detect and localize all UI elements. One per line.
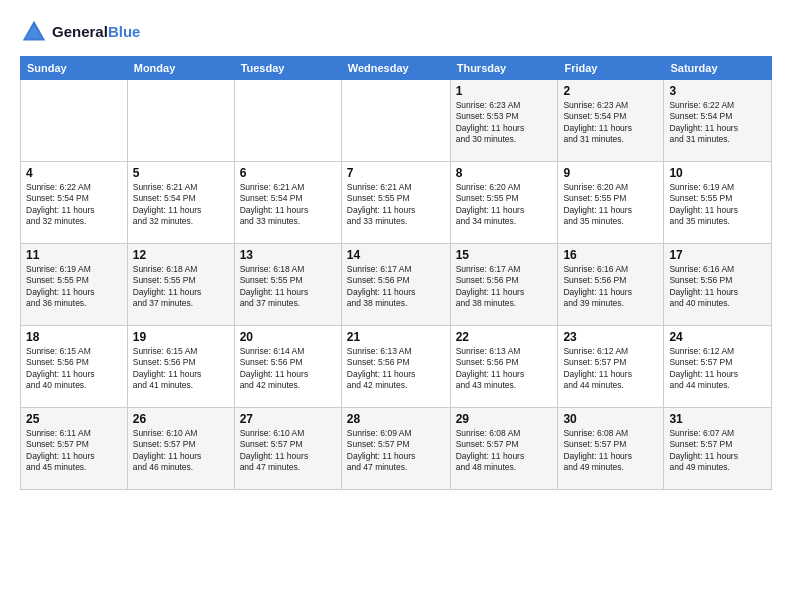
calendar-cell: 22Sunrise: 6:13 AM Sunset: 5:56 PM Dayli…: [450, 326, 558, 408]
col-sunday: Sunday: [21, 57, 128, 80]
calendar-cell: 10Sunrise: 6:19 AM Sunset: 5:55 PM Dayli…: [664, 162, 772, 244]
day-number: 10: [669, 166, 766, 180]
calendar-cell: 29Sunrise: 6:08 AM Sunset: 5:57 PM Dayli…: [450, 408, 558, 490]
day-info: Sunrise: 6:23 AM Sunset: 5:54 PM Dayligh…: [563, 100, 658, 146]
calendar-week-row: 4Sunrise: 6:22 AM Sunset: 5:54 PM Daylig…: [21, 162, 772, 244]
calendar-week-row: 18Sunrise: 6:15 AM Sunset: 5:56 PM Dayli…: [21, 326, 772, 408]
calendar-cell: 20Sunrise: 6:14 AM Sunset: 5:56 PM Dayli…: [234, 326, 341, 408]
day-info: Sunrise: 6:21 AM Sunset: 5:54 PM Dayligh…: [133, 182, 229, 228]
calendar-cell: 21Sunrise: 6:13 AM Sunset: 5:56 PM Dayli…: [341, 326, 450, 408]
logo-icon: [20, 18, 48, 46]
day-number: 28: [347, 412, 445, 426]
calendar-cell: 24Sunrise: 6:12 AM Sunset: 5:57 PM Dayli…: [664, 326, 772, 408]
calendar-cell: 7Sunrise: 6:21 AM Sunset: 5:55 PM Daylig…: [341, 162, 450, 244]
day-info: Sunrise: 6:23 AM Sunset: 5:53 PM Dayligh…: [456, 100, 553, 146]
calendar-cell: 18Sunrise: 6:15 AM Sunset: 5:56 PM Dayli…: [21, 326, 128, 408]
day-number: 19: [133, 330, 229, 344]
day-info: Sunrise: 6:19 AM Sunset: 5:55 PM Dayligh…: [26, 264, 122, 310]
calendar-cell: 2Sunrise: 6:23 AM Sunset: 5:54 PM Daylig…: [558, 80, 664, 162]
day-number: 5: [133, 166, 229, 180]
calendar-cell: 4Sunrise: 6:22 AM Sunset: 5:54 PM Daylig…: [21, 162, 128, 244]
calendar-cell: 12Sunrise: 6:18 AM Sunset: 5:55 PM Dayli…: [127, 244, 234, 326]
day-number: 3: [669, 84, 766, 98]
day-number: 9: [563, 166, 658, 180]
calendar-cell: 17Sunrise: 6:16 AM Sunset: 5:56 PM Dayli…: [664, 244, 772, 326]
calendar-cell: 3Sunrise: 6:22 AM Sunset: 5:54 PM Daylig…: [664, 80, 772, 162]
page: GeneralBlue Sunday Monday Tuesday Wednes…: [0, 0, 792, 502]
calendar-cell: 14Sunrise: 6:17 AM Sunset: 5:56 PM Dayli…: [341, 244, 450, 326]
calendar-cell: 16Sunrise: 6:16 AM Sunset: 5:56 PM Dayli…: [558, 244, 664, 326]
calendar-cell: 28Sunrise: 6:09 AM Sunset: 5:57 PM Dayli…: [341, 408, 450, 490]
day-info: Sunrise: 6:21 AM Sunset: 5:54 PM Dayligh…: [240, 182, 336, 228]
day-info: Sunrise: 6:21 AM Sunset: 5:55 PM Dayligh…: [347, 182, 445, 228]
day-number: 15: [456, 248, 553, 262]
col-monday: Monday: [127, 57, 234, 80]
calendar-body: 1Sunrise: 6:23 AM Sunset: 5:53 PM Daylig…: [21, 80, 772, 490]
day-info: Sunrise: 6:11 AM Sunset: 5:57 PM Dayligh…: [26, 428, 122, 474]
day-number: 7: [347, 166, 445, 180]
calendar-cell: 15Sunrise: 6:17 AM Sunset: 5:56 PM Dayli…: [450, 244, 558, 326]
day-info: Sunrise: 6:18 AM Sunset: 5:55 PM Dayligh…: [133, 264, 229, 310]
day-number: 1: [456, 84, 553, 98]
col-saturday: Saturday: [664, 57, 772, 80]
day-info: Sunrise: 6:18 AM Sunset: 5:55 PM Dayligh…: [240, 264, 336, 310]
day-info: Sunrise: 6:15 AM Sunset: 5:56 PM Dayligh…: [133, 346, 229, 392]
calendar-cell: 8Sunrise: 6:20 AM Sunset: 5:55 PM Daylig…: [450, 162, 558, 244]
day-info: Sunrise: 6:10 AM Sunset: 5:57 PM Dayligh…: [240, 428, 336, 474]
day-info: Sunrise: 6:17 AM Sunset: 5:56 PM Dayligh…: [456, 264, 553, 310]
calendar-cell: [234, 80, 341, 162]
calendar-week-row: 11Sunrise: 6:19 AM Sunset: 5:55 PM Dayli…: [21, 244, 772, 326]
day-info: Sunrise: 6:14 AM Sunset: 5:56 PM Dayligh…: [240, 346, 336, 392]
calendar-cell: [21, 80, 128, 162]
day-number: 27: [240, 412, 336, 426]
day-number: 31: [669, 412, 766, 426]
calendar-cell: 13Sunrise: 6:18 AM Sunset: 5:55 PM Dayli…: [234, 244, 341, 326]
day-number: 6: [240, 166, 336, 180]
day-number: 21: [347, 330, 445, 344]
day-number: 11: [26, 248, 122, 262]
logo: GeneralBlue: [20, 18, 140, 46]
day-info: Sunrise: 6:20 AM Sunset: 5:55 PM Dayligh…: [456, 182, 553, 228]
day-number: 23: [563, 330, 658, 344]
calendar-week-row: 25Sunrise: 6:11 AM Sunset: 5:57 PM Dayli…: [21, 408, 772, 490]
day-number: 17: [669, 248, 766, 262]
day-info: Sunrise: 6:12 AM Sunset: 5:57 PM Dayligh…: [669, 346, 766, 392]
calendar-cell: 9Sunrise: 6:20 AM Sunset: 5:55 PM Daylig…: [558, 162, 664, 244]
day-number: 24: [669, 330, 766, 344]
col-tuesday: Tuesday: [234, 57, 341, 80]
day-info: Sunrise: 6:19 AM Sunset: 5:55 PM Dayligh…: [669, 182, 766, 228]
day-number: 13: [240, 248, 336, 262]
logo-line1: GeneralBlue: [52, 23, 140, 41]
day-info: Sunrise: 6:07 AM Sunset: 5:57 PM Dayligh…: [669, 428, 766, 474]
header: GeneralBlue: [20, 18, 772, 46]
day-number: 12: [133, 248, 229, 262]
day-info: Sunrise: 6:17 AM Sunset: 5:56 PM Dayligh…: [347, 264, 445, 310]
day-number: 18: [26, 330, 122, 344]
calendar-cell: 26Sunrise: 6:10 AM Sunset: 5:57 PM Dayli…: [127, 408, 234, 490]
logo-text: GeneralBlue: [52, 23, 140, 41]
day-info: Sunrise: 6:16 AM Sunset: 5:56 PM Dayligh…: [669, 264, 766, 310]
calendar-cell: 25Sunrise: 6:11 AM Sunset: 5:57 PM Dayli…: [21, 408, 128, 490]
day-info: Sunrise: 6:08 AM Sunset: 5:57 PM Dayligh…: [456, 428, 553, 474]
calendar-cell: 31Sunrise: 6:07 AM Sunset: 5:57 PM Dayli…: [664, 408, 772, 490]
day-number: 16: [563, 248, 658, 262]
col-friday: Friday: [558, 57, 664, 80]
calendar-week-row: 1Sunrise: 6:23 AM Sunset: 5:53 PM Daylig…: [21, 80, 772, 162]
day-number: 22: [456, 330, 553, 344]
day-info: Sunrise: 6:20 AM Sunset: 5:55 PM Dayligh…: [563, 182, 658, 228]
day-number: 29: [456, 412, 553, 426]
day-info: Sunrise: 6:16 AM Sunset: 5:56 PM Dayligh…: [563, 264, 658, 310]
day-number: 4: [26, 166, 122, 180]
calendar-cell: [127, 80, 234, 162]
day-number: 20: [240, 330, 336, 344]
calendar-cell: 1Sunrise: 6:23 AM Sunset: 5:53 PM Daylig…: [450, 80, 558, 162]
calendar-header: Sunday Monday Tuesday Wednesday Thursday…: [21, 57, 772, 80]
day-number: 2: [563, 84, 658, 98]
calendar-cell: 6Sunrise: 6:21 AM Sunset: 5:54 PM Daylig…: [234, 162, 341, 244]
calendar-table: Sunday Monday Tuesday Wednesday Thursday…: [20, 56, 772, 490]
day-info: Sunrise: 6:22 AM Sunset: 5:54 PM Dayligh…: [669, 100, 766, 146]
calendar-cell: 19Sunrise: 6:15 AM Sunset: 5:56 PM Dayli…: [127, 326, 234, 408]
day-number: 30: [563, 412, 658, 426]
calendar-cell: 27Sunrise: 6:10 AM Sunset: 5:57 PM Dayli…: [234, 408, 341, 490]
day-info: Sunrise: 6:08 AM Sunset: 5:57 PM Dayligh…: [563, 428, 658, 474]
